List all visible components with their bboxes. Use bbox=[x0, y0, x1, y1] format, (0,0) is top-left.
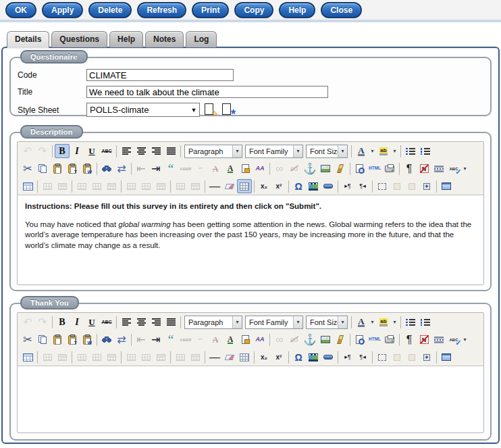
blockquote-button[interactable]: “ bbox=[163, 332, 178, 347]
visual-blocks-button[interactable] bbox=[375, 179, 390, 193]
text-color-button[interactable]: A bbox=[354, 315, 369, 329]
font-family-select[interactable]: Font Family▾ bbox=[245, 145, 303, 158]
strikethrough-button[interactable]: ABC bbox=[99, 144, 114, 158]
page-break-button[interactable] bbox=[431, 161, 446, 176]
insert-image-button[interactable] bbox=[318, 161, 333, 176]
insert-table-button[interactable] bbox=[20, 350, 35, 364]
horizontal-rule-button[interactable]: — bbox=[207, 179, 222, 193]
stylesheet-select[interactable]: POLLS-climate ▼ bbox=[86, 103, 200, 117]
paste-button[interactable] bbox=[50, 332, 65, 347]
non-breaking-button[interactable]: N bbox=[417, 332, 431, 347]
non-breaking-button[interactable]: N bbox=[417, 161, 431, 176]
format-select[interactable]: Paragraph▾ bbox=[184, 316, 242, 329]
bold-button[interactable]: B bbox=[55, 144, 70, 158]
title-input[interactable] bbox=[86, 86, 328, 98]
highlight-color-button[interactable]: ab bbox=[376, 144, 391, 158]
remove-format-button[interactable] bbox=[222, 350, 237, 364]
text-color-menu-arrow[interactable]: ▾ bbox=[369, 315, 376, 329]
format-select[interactable]: Paragraph▾ bbox=[184, 145, 242, 158]
underline-button[interactable]: U bbox=[84, 315, 99, 329]
rtl-button[interactable]: ¶◂ bbox=[355, 179, 370, 193]
special-char-button[interactable]: Ω bbox=[291, 350, 306, 364]
insert-layer-button[interactable]: + bbox=[419, 350, 434, 364]
ltr-button[interactable]: ▸¶ bbox=[340, 179, 355, 193]
font-family-select[interactable]: Font Family▾ bbox=[245, 316, 303, 329]
paste-button[interactable] bbox=[50, 161, 65, 176]
edit-stylesheet-button[interactable]: ✎ bbox=[203, 103, 217, 117]
code-input[interactable] bbox=[86, 69, 234, 81]
paste-from-word-button[interactable]: W bbox=[80, 161, 95, 176]
print-button[interactable] bbox=[382, 332, 397, 347]
spellcheck-menu-arrow[interactable]: ▾ bbox=[461, 332, 469, 347]
font-size-select[interactable]: Font Size▾ bbox=[306, 145, 348, 158]
visual-chars-button[interactable]: ¶ bbox=[402, 332, 417, 347]
new-stylesheet-button[interactable]: * bbox=[221, 103, 235, 117]
align-left-button[interactable] bbox=[119, 315, 134, 329]
cut-button[interactable]: ✂ bbox=[20, 332, 35, 347]
thankyou-editor-content[interactable] bbox=[18, 366, 483, 432]
align-left-button[interactable] bbox=[119, 144, 134, 158]
insert-embed-button[interactable] bbox=[321, 179, 336, 193]
insert-media-button[interactable] bbox=[306, 350, 321, 364]
insert-media-button[interactable] bbox=[306, 179, 321, 193]
rtl-button[interactable]: ¶◂ bbox=[355, 350, 370, 364]
align-center-button[interactable] bbox=[134, 315, 149, 329]
fullscreen-button[interactable] bbox=[439, 350, 454, 364]
align-justify-button[interactable] bbox=[163, 144, 178, 158]
bullet-list-button[interactable] bbox=[403, 315, 418, 329]
ltr-button[interactable]: ▸¶ bbox=[340, 350, 355, 364]
help-button[interactable]: Help bbox=[279, 2, 315, 18]
find-replace-button[interactable]: ⇄ bbox=[114, 332, 129, 347]
anchor-button[interactable]: ⚓ bbox=[302, 161, 318, 176]
fullscreen-button[interactable] bbox=[439, 179, 454, 193]
superscript-button[interactable]: x² bbox=[271, 350, 286, 364]
find-replace-button[interactable]: ⇄ bbox=[114, 161, 129, 176]
paste-from-word-button[interactable]: W bbox=[80, 332, 95, 347]
highlight-color-menu-arrow[interactable]: ▾ bbox=[391, 144, 398, 158]
style-props-button[interactable]: AA bbox=[253, 161, 267, 176]
remove-format-button[interactable] bbox=[222, 179, 237, 193]
highlight-color-button[interactable]: ab bbox=[376, 315, 391, 329]
tab-help[interactable]: Help bbox=[109, 31, 143, 47]
numbered-list-button[interactable] bbox=[418, 315, 433, 329]
toggle-guidelines-button[interactable] bbox=[237, 350, 252, 364]
insertion-button[interactable]: A bbox=[223, 332, 238, 347]
visual-blocks-button[interactable] bbox=[375, 350, 390, 364]
horizontal-rule-button[interactable]: — bbox=[207, 350, 222, 364]
insertion-button[interactable]: A bbox=[223, 161, 238, 176]
insert-embed-button[interactable] bbox=[321, 350, 336, 364]
bullet-list-button[interactable] bbox=[403, 144, 418, 158]
apply-button[interactable]: Apply bbox=[42, 2, 83, 18]
bold-button[interactable]: B bbox=[55, 315, 70, 329]
anchor-button[interactable]: ⚓ bbox=[302, 332, 318, 347]
font-size-select[interactable]: Font Size▾ bbox=[306, 316, 348, 329]
preview-button[interactable] bbox=[352, 161, 367, 176]
spellcheck-menu-arrow[interactable]: ▾ bbox=[461, 161, 469, 176]
indent-button[interactable]: ⇥ bbox=[149, 161, 163, 176]
text-color-button[interactable]: A bbox=[354, 144, 369, 158]
description-editor-content[interactable]: Instructions: Please fill out this surve… bbox=[18, 195, 483, 284]
copy-button[interactable] bbox=[35, 332, 50, 347]
page-break-button[interactable] bbox=[431, 332, 446, 347]
strikethrough-button[interactable]: ABC bbox=[99, 315, 114, 329]
tab-notes[interactable]: Notes bbox=[145, 31, 184, 47]
insert-layer-button[interactable]: + bbox=[419, 179, 434, 193]
cleanup-button[interactable] bbox=[333, 332, 348, 347]
text-color-menu-arrow[interactable]: ▾ bbox=[369, 144, 376, 158]
spellcheck-button[interactable]: ABC bbox=[446, 332, 461, 347]
numbered-list-button[interactable] bbox=[418, 144, 433, 158]
close-button[interactable]: Close bbox=[321, 2, 362, 18]
paste-as-text-button[interactable]: T bbox=[65, 161, 80, 176]
visual-chars-button[interactable]: ¶ bbox=[402, 161, 417, 176]
cleanup-button[interactable] bbox=[333, 161, 348, 176]
italic-button[interactable]: I bbox=[70, 144, 84, 158]
edit-html-button[interactable]: HTML bbox=[367, 161, 382, 176]
tab-questions[interactable]: Questions bbox=[51, 31, 107, 47]
insert-attributes-button[interactable] bbox=[238, 161, 253, 176]
toggle-guidelines-button[interactable] bbox=[237, 179, 252, 193]
ok-button[interactable]: OK bbox=[5, 2, 36, 18]
copy-button[interactable] bbox=[35, 161, 50, 176]
tab-log[interactable]: Log bbox=[186, 31, 217, 47]
print-button[interactable] bbox=[382, 161, 397, 176]
insert-table-button[interactable] bbox=[20, 179, 35, 193]
